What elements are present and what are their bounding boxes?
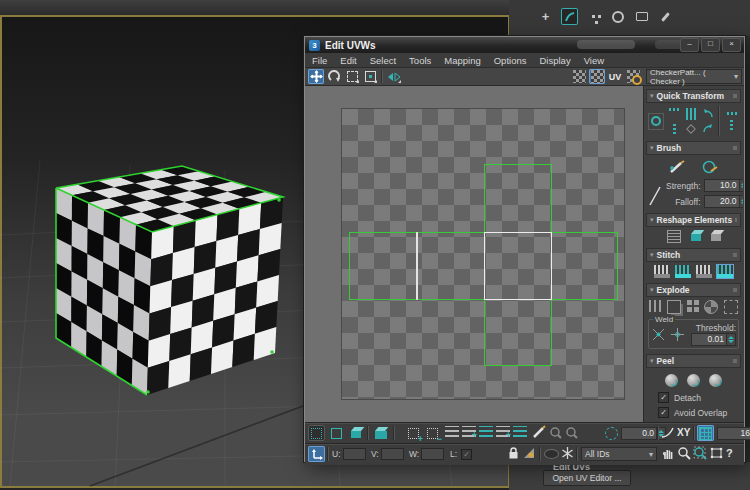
mapping-icon[interactable] [704, 300, 718, 314]
grow-selection-icon[interactable]: + [404, 425, 422, 441]
pan-to-selection-button[interactable]: ? [726, 447, 733, 459]
motion-tab-icon[interactable] [609, 8, 626, 25]
open-uv-editor-button[interactable]: Open UV Editor ... [543, 470, 631, 486]
element-mode-icon[interactable] [371, 425, 390, 441]
display-tab-icon[interactable] [633, 8, 650, 25]
paint-select-plus-icon[interactable] [548, 425, 562, 439]
mirror-tool-icon[interactable] [386, 69, 402, 84]
break-icon[interactable] [649, 300, 661, 312]
menu-item[interactable]: Edit [340, 55, 356, 66]
close-button[interactable]: × [722, 38, 741, 52]
rollout-peel[interactable]: ▾ Peel [646, 354, 741, 368]
soft-selection-spinner[interactable]: 0.0 [621, 427, 666, 440]
distribute-vertical-icon[interactable] [730, 119, 733, 131]
scale-tool-icon[interactable] [344, 69, 360, 84]
filter-selected-faces-icon[interactable] [522, 446, 536, 460]
zoom-region-icon[interactable] [693, 446, 707, 460]
rollout-quick-transform[interactable]: ▾ Quick Transform [646, 89, 741, 103]
soft-selection-icon[interactable] [605, 427, 618, 440]
rotate-tool-icon[interactable] [326, 69, 342, 84]
rollout-explode[interactable]: ▾ Explode [646, 283, 741, 297]
grid-size-spinner[interactable]: 16 [717, 427, 750, 440]
freeform-mode-icon[interactable] [362, 69, 378, 84]
align-horizontal-icon[interactable] [668, 108, 680, 111]
quick-peel-icon[interactable] [665, 374, 678, 387]
avoid-overlap-checkbox[interactable]: ✓ [658, 407, 669, 418]
edge-distortion-icon[interactable] [697, 425, 714, 441]
threshold-spinner[interactable]: 0.01 [691, 333, 736, 346]
target-weld-icon[interactable] [670, 327, 685, 342]
move-tool-icon[interactable] [308, 69, 324, 84]
falloff-curve-icon[interactable] [648, 181, 662, 207]
uv-editor-canvas[interactable] [305, 86, 643, 422]
stitch-average-icon[interactable] [675, 265, 691, 278]
rollout-reshape-elements[interactable]: ▾ Reshape Elements [646, 213, 741, 227]
falloff-curve-icon[interactable] [661, 426, 675, 439]
window-titlebar[interactable]: 3 Edit UVWs – □ × [305, 37, 744, 53]
uv-space-button[interactable]: UV [607, 69, 623, 84]
hide-icon[interactable] [544, 449, 559, 459]
menu-item[interactable]: Tools [409, 55, 431, 66]
texture-list-dropdown[interactable]: CheckerPatt... ( Checker ) [646, 69, 742, 84]
pack-icon[interactable] [724, 300, 738, 314]
rotate-ccw-icon[interactable] [702, 108, 714, 119]
peel-mode-icon[interactable] [687, 374, 700, 387]
flatten-icon[interactable] [687, 300, 699, 312]
straighten-icon[interactable] [667, 230, 681, 243]
move-brush-icon[interactable] [669, 160, 685, 174]
w-field[interactable] [421, 448, 444, 460]
edge-mode-icon[interactable] [328, 425, 345, 441]
menu-item[interactable]: Mapping [444, 55, 480, 66]
show-map-in-viewport-icon[interactable] [589, 69, 605, 84]
stitch-target-icon[interactable] [717, 265, 733, 278]
space-vertical-icon[interactable] [673, 123, 676, 135]
xy-space-button[interactable]: XY [677, 427, 690, 438]
v-field[interactable] [381, 448, 404, 460]
zoom-icon[interactable] [677, 446, 691, 460]
select-column-icon[interactable] [479, 426, 493, 437]
modify-tab-icon[interactable] [561, 8, 578, 25]
pelt-map-icon[interactable] [709, 374, 722, 387]
detach-edge-icon[interactable] [667, 300, 681, 314]
stitch-source-icon[interactable] [696, 265, 712, 278]
menu-item[interactable]: Display [539, 55, 570, 66]
diamond-align-icon[interactable] [685, 123, 697, 134]
rescale-element-icon[interactable] [711, 234, 721, 241]
polygon-mode-icon[interactable] [347, 425, 364, 441]
quick-pivot-icon[interactable] [648, 113, 664, 130]
shrink-selection-icon[interactable]: − [423, 425, 441, 441]
utilities-tab-icon[interactable] [657, 8, 674, 25]
select-column-plus-icon[interactable]: + [496, 426, 510, 437]
vertex-mode-icon[interactable] [308, 425, 325, 441]
create-tab-icon[interactable]: + [537, 8, 554, 25]
stitch-custom-icon[interactable] [654, 265, 670, 278]
lock-aspect-checkbox[interactable]: ✓ [461, 449, 472, 460]
relax-element-icon[interactable] [691, 234, 701, 241]
rollout-brush[interactable]: ▾ Brush [646, 141, 741, 155]
select-row-icon[interactable] [445, 426, 459, 437]
align-vertical-icon[interactable] [686, 108, 696, 120]
freeze-icon[interactable] [561, 446, 574, 460]
texture-options-icon[interactable] [625, 69, 641, 84]
relax-brush-icon[interactable] [701, 160, 719, 174]
space-horizontal-icon[interactable] [726, 112, 738, 115]
show-map-icon[interactable] [571, 69, 587, 84]
select-loop-icon[interactable] [513, 426, 527, 437]
minimize-button[interactable]: – [680, 38, 699, 52]
absolute-mode-icon[interactable] [308, 446, 325, 462]
uv-selected-face[interactable] [484, 232, 552, 300]
detach-checkbox[interactable]: ✓ [658, 392, 669, 403]
pan-hand-icon[interactable] [662, 446, 675, 460]
falloff-spinner[interactable]: 20.0 [704, 195, 744, 208]
material-id-dropdown[interactable]: All IDs [581, 447, 657, 461]
paint-select-icon[interactable] [532, 425, 546, 439]
menu-item[interactable]: File [312, 55, 327, 66]
uv-selected-edge[interactable] [416, 232, 418, 300]
zoom-extents-icon[interactable] [709, 446, 724, 460]
menu-item[interactable]: Select [370, 55, 396, 66]
rotate-cw-icon[interactable] [702, 123, 714, 134]
rollout-stitch[interactable]: ▾ Stitch [646, 248, 741, 262]
menu-item[interactable]: View [584, 55, 604, 66]
hierarchy-tab-icon[interactable] [585, 8, 602, 25]
strength-spinner[interactable]: 10.0 [704, 179, 744, 192]
